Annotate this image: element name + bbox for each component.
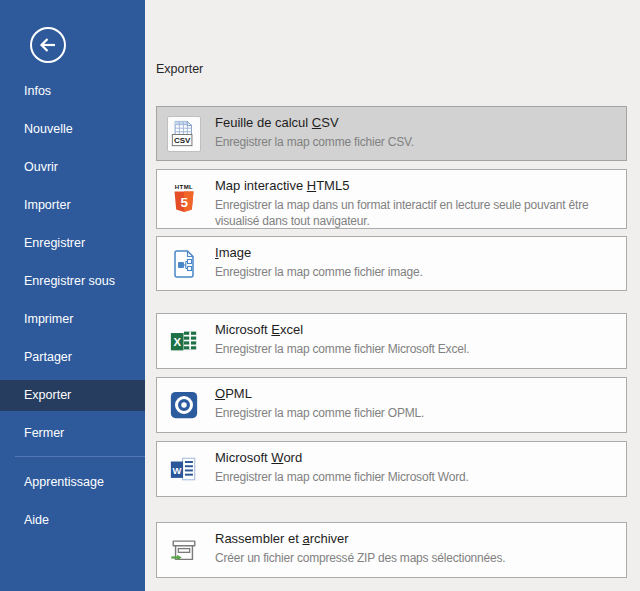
svg-text:CSV: CSV [174,136,191,145]
export-option-excel[interactable]: X Microsoft Excel Enregistrer la map com… [156,313,627,369]
export-option-title: Microsoft Excel [215,321,621,338]
export-option-title: OPML [215,385,621,402]
export-option-opml[interactable]: OPML Enregistrer la map comme fichier OP… [156,377,627,433]
csv-icon-frame: CSV [167,116,201,152]
svg-text:X: X [173,336,181,348]
export-option-description: Enregistrer la map comme fichier Microso… [215,341,621,357]
excel-icon-frame: X [167,323,201,359]
export-option-description: Créer un fichier compressé ZIP des maps … [215,550,621,566]
export-option-html5[interactable]: HTML 5 Map interactive HTML5 Enregistrer… [156,169,627,229]
sidebar-nav: Infos Nouvelle Ouvrir Importer Enregistr… [0,76,145,543]
export-option-csv[interactable]: CSV Feuille de calcul CSV Enregistrer la… [156,106,627,161]
word-icon: W [169,454,199,484]
export-option-texts: Microsoft Word Enregistrer la map comme … [215,449,621,485]
html5-icon: HTML 5 [169,183,199,215]
export-option-description: Enregistrer la map comme fichier CSV. [215,134,621,150]
export-option-description: Enregistrer la map comme fichier Microso… [215,469,621,485]
export-option-image[interactable]: Image Enregistrer la map comme fichier i… [156,236,627,291]
sidebar-item-importer[interactable]: Importer [0,190,145,221]
export-option-title: Map interactive HTML5 [215,177,621,194]
page-title: Exporter [156,62,203,76]
sidebar-separator [15,456,145,457]
export-option-description: Enregistrer la map comme fichier image. [215,264,621,280]
export-option-texts: Map interactive HTML5 Enregistrer la map… [215,177,621,229]
sidebar-item-exporter[interactable]: Exporter [0,380,145,411]
opml-icon [169,390,199,420]
svg-text:W: W [173,466,182,476]
sidebar: Infos Nouvelle Ouvrir Importer Enregistr… [0,0,145,591]
sidebar-item-ouvrir[interactable]: Ouvrir [0,152,145,183]
svg-text:HTML: HTML [175,184,193,190]
sidebar-item-enregistrer-sous[interactable]: Enregistrer sous [0,266,145,297]
archive-icon [169,535,199,565]
export-option-description: Enregistrer la map dans un format intera… [215,197,621,229]
sidebar-item-aide[interactable]: Aide [0,505,145,536]
sidebar-item-partager[interactable]: Partager [0,342,145,373]
html5-icon-frame: HTML 5 [167,181,201,217]
export-option-title: Rassembler et archiver [215,530,621,547]
csv-icon: CSV [170,119,198,149]
export-option-description: Enregistrer la map comme fichier OPML. [215,405,621,421]
image-icon-frame [167,246,201,282]
export-option-archive[interactable]: Rassembler et archiver Créer un fichier … [156,522,627,578]
sidebar-item-fermer[interactable]: Fermer [0,418,145,449]
export-option-title: Image [215,244,621,261]
export-option-texts: Feuille de calcul CSV Enregistrer la map… [215,114,621,150]
sidebar-item-nouvelle[interactable]: Nouvelle [0,114,145,145]
image-icon [169,248,199,280]
excel-icon: X [169,326,199,356]
export-option-title: Feuille de calcul CSV [215,114,621,131]
sidebar-item-enregistrer[interactable]: Enregistrer [0,228,145,259]
word-icon-frame: W [167,451,201,487]
svg-text:5: 5 [180,195,188,210]
archive-icon-frame [167,532,201,568]
back-button[interactable] [28,25,68,65]
sidebar-item-apprentissage[interactable]: Apprentissage [0,467,145,498]
export-option-texts: OPML Enregistrer la map comme fichier OP… [215,385,621,421]
export-option-title: Microsoft Word [215,449,621,466]
export-option-word[interactable]: W Microsoft Word Enregistrer la map comm… [156,441,627,497]
sidebar-item-infos[interactable]: Infos [0,76,145,107]
sidebar-item-imprimer[interactable]: Imprimer [0,304,145,335]
export-panel: Exporter CSV Feuille de calcul CSV Enreg… [145,0,640,591]
export-option-texts: Image Enregistrer la map comme fichier i… [215,244,621,280]
back-arrow-icon [28,25,68,65]
backstage-view: Infos Nouvelle Ouvrir Importer Enregistr… [0,0,640,591]
opml-icon-frame [167,387,201,423]
export-option-texts: Rassembler et archiver Créer un fichier … [215,530,621,566]
export-option-texts: Microsoft Excel Enregistrer la map comme… [215,321,621,357]
